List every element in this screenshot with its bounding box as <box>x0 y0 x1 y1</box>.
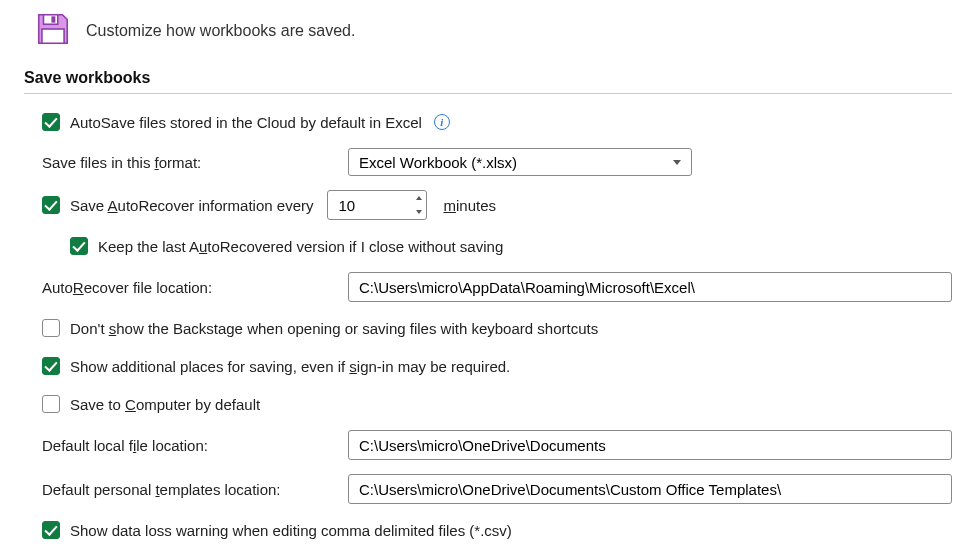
save-format-value: Excel Workbook (*.xlsx) <box>359 154 517 171</box>
save-icon <box>34 10 72 51</box>
show-additional-row: Show additional places for saving, even … <box>42 354 952 378</box>
section-divider <box>24 93 952 94</box>
autorecover-interval-spinner[interactable]: 10 <box>327 190 427 220</box>
spinner-down-button[interactable] <box>411 205 426 219</box>
dont-show-backstage-checkbox[interactable] <box>42 319 60 337</box>
default-templates-row: Default personal templates location: C:\… <box>42 474 952 504</box>
default-local-label: Default local file location: <box>42 437 338 454</box>
autosave-row: AutoSave files stored in the Cloud by de… <box>42 110 952 134</box>
section-title: Save workbooks <box>24 69 952 87</box>
spinner-up-button[interactable] <box>411 191 426 205</box>
autosave-checkbox[interactable] <box>42 113 60 131</box>
default-templates-input[interactable]: C:\Users\micro\OneDrive\Documents\Custom… <box>348 474 952 504</box>
panel-header-text: Customize how workbooks are saved. <box>86 22 355 40</box>
autorecover-label: Save AutoRecover information every <box>70 197 313 214</box>
save-options-panel: Customize how workbooks are saved. Save … <box>0 0 976 555</box>
spinner-buttons <box>410 191 426 219</box>
default-local-input[interactable]: C:\Users\micro\OneDrive\Documents <box>348 430 952 460</box>
save-to-computer-checkbox[interactable] <box>42 395 60 413</box>
minutes-label: minutes <box>443 197 496 214</box>
save-to-computer-label: Save to Computer by default <box>70 396 260 413</box>
show-additional-checkbox[interactable] <box>42 357 60 375</box>
save-format-row: Save files in this format: Excel Workboo… <box>42 148 952 176</box>
autorecover-interval-value: 10 <box>328 197 410 214</box>
data-loss-warning-label: Show data loss warning when editing comm… <box>70 522 512 539</box>
default-templates-label: Default personal templates location: <box>42 481 338 498</box>
save-format-select[interactable]: Excel Workbook (*.xlsx) <box>348 148 692 176</box>
autorecover-location-row: AutoRecover file location: C:\Users\micr… <box>42 272 952 302</box>
data-loss-warning-row: Show data loss warning when editing comm… <box>42 518 952 542</box>
default-local-row: Default local file location: C:\Users\mi… <box>42 430 952 460</box>
svg-rect-2 <box>42 29 64 43</box>
svg-rect-0 <box>44 15 58 25</box>
dont-show-backstage-row: Don't show the Backstage when opening or… <box>42 316 952 340</box>
autorecover-location-input[interactable]: C:\Users\micro\AppData\Roaming\Microsoft… <box>348 272 952 302</box>
keep-last-row: Keep the last AutoRecovered version if I… <box>70 234 952 258</box>
keep-last-checkbox[interactable] <box>70 237 88 255</box>
autosave-label: AutoSave files stored in the Cloud by de… <box>70 114 422 131</box>
show-additional-label: Show additional places for saving, even … <box>70 358 510 375</box>
svg-rect-1 <box>51 16 55 22</box>
data-loss-warning-checkbox[interactable] <box>42 521 60 539</box>
dont-show-backstage-label: Don't show the Backstage when opening or… <box>70 320 598 337</box>
save-format-label: Save files in this format: <box>42 154 338 171</box>
save-to-computer-row: Save to Computer by default <box>42 392 952 416</box>
autorecover-checkbox[interactable] <box>42 196 60 214</box>
panel-header: Customize how workbooks are saved. <box>24 10 952 69</box>
autorecover-location-label: AutoRecover file location: <box>42 279 338 296</box>
autorecover-row: Save AutoRecover information every 10 mi… <box>42 190 952 220</box>
keep-last-label: Keep the last AutoRecovered version if I… <box>98 238 503 255</box>
info-icon[interactable]: i <box>434 114 450 130</box>
